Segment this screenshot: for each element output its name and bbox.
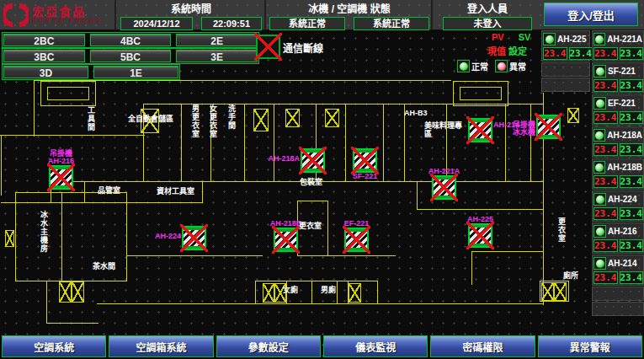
stairs-icon [5,230,14,247]
footer-button-3[interactable]: 儀表監視 [323,335,428,357]
map-device-label: 吊掛機AH-216 [48,150,74,165]
unit-name: AH-214 [608,259,636,268]
map-device-EF-221[interactable]: EF-221 [344,228,369,252]
stairs-icon [72,281,84,303]
map-wall [46,281,47,324]
empty-panel [541,62,590,77]
unit-name: AH-218B [607,163,642,172]
map-device-SF-221[interactable]: SF-221 [353,148,377,173]
map-wall [51,181,544,182]
footer-button-4[interactable]: 密碼權限 [430,335,535,357]
unit-AH-224[interactable]: AH-22423.423.4 [592,190,644,222]
unit-name: AH-216 [608,227,636,236]
stairs-icon [325,109,339,127]
map-device-AH-218A[interactable]: AH-218A [301,148,325,173]
room-label: 資材工具室 [157,187,194,196]
unit-AH-218B-sv: 23.4 [620,175,644,188]
unit-led-icon [593,161,605,174]
empty-panel [592,287,644,301]
stairs-icon [59,281,72,303]
unit-EF-221-pv: 23.4 [593,111,618,124]
room-label: 女更衣室 [209,104,217,138]
map-wall [46,323,98,324]
unit-AH-218B[interactable]: AH-218B23.423.4 [592,158,644,190]
unit-AH-214-sv: 23.4 [620,271,644,284]
map-wall [328,255,396,256]
map-wall [15,192,16,281]
room-label: 男更衣室 [191,104,200,138]
unit-SF-221[interactable]: SF-22123.423.4 [592,62,644,94]
map-wall [311,281,312,304]
map-device-label: AH-218A [268,155,300,163]
unit-led-icon [593,129,605,142]
room-label: 女廁 [283,286,298,294]
map-device-AH-216[interactable]: 吊掛機AH-216 [49,165,73,190]
unit-led-icon [593,225,606,238]
map-device-label: AH-225 [467,216,493,223]
map-device-AH-225[interactable]: AH-225 [468,223,492,248]
unit-EF-221[interactable]: EF-22123.423.4 [592,94,644,126]
unit-AH-216-pv: 23.4 [593,239,618,252]
map-wall [1,202,203,203]
unit-SF-221-sv: 23.4 [620,79,644,92]
room-label: 洗手間 [227,104,236,130]
map-device-label: AH-221A [428,168,460,175]
unit-AH-218A-pv: 23.4 [593,143,618,156]
map-device-label: EF-221 [344,220,370,228]
room-label: 廁所 [563,271,578,280]
footer-button-2[interactable]: 參數設定 [216,335,321,357]
stairs-icon [541,282,554,301]
unit-name: EF-221 [608,99,636,108]
map-wall [1,135,2,196]
map-device-AH-214[interactable]: AH-214 [468,118,492,142]
unit-AH-225-pv: 23.4 [543,47,567,60]
unit-led-icon [593,257,606,270]
unit-SF-221-pv: 23.4 [593,79,618,92]
unit-AH-225[interactable]: AH-22523.423.4 [541,30,590,62]
unit-AH-221A-sv: 23.4 [620,47,644,60]
stairs-icon [285,109,300,127]
unit-AH-216-sv: 23.4 [620,239,644,252]
unit-AH-218A[interactable]: AH-218A23.423.4 [592,126,644,158]
map-wall [181,104,182,182]
map-wall [143,104,544,104]
scada-screen: 吊掛機AH-216AH-224AH-218BAH-218ASF-221EF-22… [0,0,644,359]
unit-AH-221A[interactable]: AH-221A23.423.4 [592,30,644,62]
map-wall [471,251,472,285]
map-wall [383,104,384,182]
map-wall [47,87,89,100]
unit-led-icon [593,33,605,46]
map-device-AH-218B[interactable]: AH-218B [274,228,298,252]
unit-led-icon [593,65,606,78]
map-wall [345,104,346,182]
unit-name: AH-221A [607,35,642,44]
footer-button-1[interactable]: 空調箱系統 [109,335,213,357]
map-wall [460,87,502,100]
map-wall [274,104,274,182]
map-wall [34,80,35,137]
map-wall [505,104,506,182]
footer-button-5[interactable]: 異常警報 [538,335,642,357]
unit-AH-225-sv: 23.4 [569,47,593,60]
map-wall [34,80,451,81]
unit-AH-224-sv: 23.4 [620,207,644,220]
map-device-label: SF-221 [353,173,378,180]
room-label: 更衣室 [557,217,566,243]
room-label: 品管室 [98,186,120,195]
unit-AH-221A-pv: 23.4 [593,47,618,60]
map-device-label: AH-218B [270,220,302,228]
unit-AH-218B-pv: 23.4 [593,175,618,188]
footer-button-0[interactable]: 空調系統 [2,335,106,357]
map-device-chiller[interactable]: 吊掛機冰水機 [536,115,561,139]
stairs-icon [349,283,361,303]
unit-panel-left-column: AH-22523.423.4 [541,30,590,92]
room-label: 全自動倉儲區 [128,115,173,123]
map-device-label: 吊掛機冰水機 [513,121,535,137]
map-wall [0,135,145,136]
room-label: 工具間 [87,106,95,131]
unit-AH-216[interactable]: AH-21623.423.4 [592,222,644,254]
empty-panel [541,78,590,92]
map-device-AH-224[interactable]: AH-224 [182,226,206,250]
unit-AH-214[interactable]: AH-21423.423.4 [592,255,644,286]
map-device-AH-221A[interactable]: AH-221A [432,175,456,200]
